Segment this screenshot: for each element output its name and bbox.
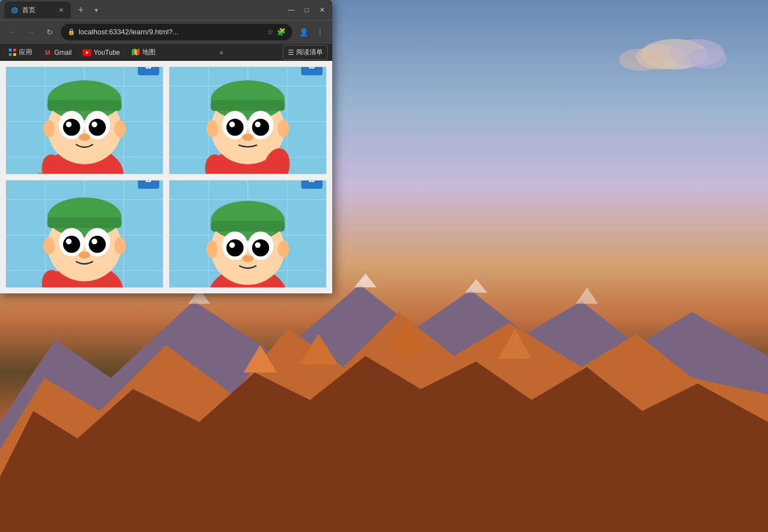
svg-point-96 xyxy=(66,239,71,244)
address-bar-input[interactable]: 🔒 localhost:63342/learn/9.html?... ☆ 🧩 xyxy=(61,24,292,40)
browser-window: 🌐 首页 ✕ + ▼ — □ ✕ ← → ↻ 🔒 localhost:63342… xyxy=(0,0,332,293)
svg-rect-91 xyxy=(48,217,122,228)
svg-point-65 xyxy=(226,118,244,136)
youtube-label: YouTube xyxy=(94,49,120,56)
svg-point-94 xyxy=(63,236,80,253)
profile-button[interactable]: 👤 xyxy=(296,24,311,40)
image-card-1: b xyxy=(6,66,163,174)
bookmark-maps[interactable]: 地图 xyxy=(127,45,160,59)
svg-point-104 xyxy=(115,237,126,254)
reading-list-icon: ☰ xyxy=(288,49,294,56)
svg-rect-62 xyxy=(211,100,285,111)
svg-point-124 xyxy=(255,242,260,247)
toolbar-icons: 👤 ⋮ xyxy=(296,24,328,40)
svg-point-38 xyxy=(63,118,80,136)
image-card-2: b xyxy=(169,66,327,174)
svg-point-47 xyxy=(43,120,55,137)
svg-point-125 xyxy=(242,255,254,262)
cartoon-image-1: b xyxy=(6,67,163,174)
svg-point-127 xyxy=(278,241,290,258)
minimize-button[interactable]: — xyxy=(286,4,297,16)
svg-text:b: b xyxy=(308,180,316,184)
tab-close-button[interactable]: ✕ xyxy=(56,6,65,14)
tab-favicon: 🌐 xyxy=(10,6,19,14)
menu-button[interactable]: ⋮ xyxy=(312,24,328,40)
svg-text:b: b xyxy=(308,67,316,71)
address-bar: ← → ↻ 🔒 localhost:63342/learn/9.html?...… xyxy=(0,20,332,43)
svg-marker-20 xyxy=(135,49,137,55)
tab-dropdown-button[interactable]: ▼ xyxy=(91,4,102,16)
svg-point-34 xyxy=(48,80,122,120)
refresh-button[interactable]: ↻ xyxy=(42,24,58,40)
svg-point-95 xyxy=(89,236,106,253)
apps-icon xyxy=(9,49,17,56)
svg-rect-118 xyxy=(211,221,285,231)
svg-point-103 xyxy=(43,237,55,254)
svg-point-68 xyxy=(255,122,260,127)
svg-point-42 xyxy=(79,133,90,141)
gmail-icon: M xyxy=(43,48,52,57)
svg-point-98 xyxy=(79,251,90,259)
svg-rect-35 xyxy=(48,100,122,111)
cartoon-image-4: b xyxy=(169,180,326,288)
svg-text:b: b xyxy=(145,180,152,184)
svg-marker-19 xyxy=(132,49,135,55)
extension-icon[interactable]: 🧩 xyxy=(277,28,286,36)
svg-point-97 xyxy=(91,239,97,244)
svg-point-39 xyxy=(89,118,106,136)
new-tab-button[interactable]: + xyxy=(73,2,89,18)
cartoon-image-3: b xyxy=(6,180,163,288)
bookmark-star-icon[interactable]: ☆ xyxy=(267,28,274,36)
maximize-button[interactable]: □ xyxy=(301,4,312,16)
apps-label: 应用 xyxy=(19,48,32,57)
bookmark-gmail[interactable]: M Gmail xyxy=(39,46,76,59)
youtube-icon xyxy=(83,48,91,57)
svg-point-69 xyxy=(242,133,254,141)
window-controls: — □ ✕ xyxy=(286,4,328,16)
forward-button[interactable]: → xyxy=(23,24,39,40)
svg-point-67 xyxy=(229,122,235,127)
back-button[interactable]: ← xyxy=(4,24,20,40)
svg-point-40 xyxy=(66,122,71,127)
reading-list-button[interactable]: ☰ 阅读清单 xyxy=(283,45,328,60)
maps-label: 地图 xyxy=(142,48,156,57)
svg-point-126 xyxy=(207,241,218,258)
svg-point-48 xyxy=(115,120,126,137)
bookmarks-bar: 应用 M Gmail YouTube xyxy=(0,43,332,61)
tab-title: 首页 xyxy=(22,6,53,15)
url-text: localhost:63342/learn/9.html?... xyxy=(79,28,264,36)
clouds-decoration xyxy=(619,27,730,93)
page-content: b xyxy=(0,61,332,293)
svg-marker-8 xyxy=(354,273,377,287)
bookmark-youtube[interactable]: YouTube xyxy=(78,46,124,59)
svg-point-66 xyxy=(252,118,269,136)
svg-point-61 xyxy=(211,80,285,120)
active-tab[interactable]: 🌐 首页 ✕ xyxy=(4,2,71,18)
svg-marker-21 xyxy=(137,49,140,55)
close-button[interactable]: ✕ xyxy=(317,4,328,16)
maps-icon xyxy=(131,48,140,57)
svg-point-3 xyxy=(688,48,727,69)
svg-point-4 xyxy=(619,49,663,71)
title-bar: 🌐 首页 ✕ + ▼ — □ ✕ xyxy=(0,0,332,20)
reading-list-label: 阅读清单 xyxy=(296,48,323,57)
svg-point-121 xyxy=(226,239,244,256)
svg-point-41 xyxy=(91,122,97,127)
bookmark-apps[interactable]: 应用 xyxy=(4,45,37,59)
svg-point-76 xyxy=(207,120,218,137)
svg-point-123 xyxy=(229,242,235,247)
image-card-4: b xyxy=(169,180,327,288)
image-grid: b xyxy=(0,61,332,293)
gmail-label: Gmail xyxy=(54,49,71,56)
svg-marker-9 xyxy=(465,279,487,293)
image-card-3: b xyxy=(6,180,163,288)
svg-point-122 xyxy=(252,239,269,256)
svg-marker-10 xyxy=(576,287,598,304)
svg-point-77 xyxy=(278,120,290,137)
cartoon-image-2: b xyxy=(169,67,326,174)
lock-icon: 🔒 xyxy=(68,28,75,35)
svg-text:b: b xyxy=(145,67,152,71)
bookmark-more-button[interactable]: » xyxy=(215,47,228,59)
